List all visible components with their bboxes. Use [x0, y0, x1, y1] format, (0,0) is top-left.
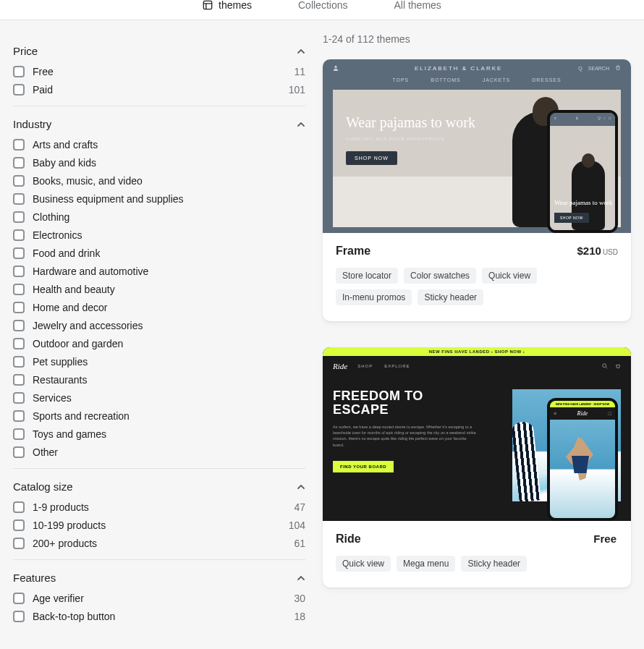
checkbox[interactable]: [13, 320, 25, 331]
checkbox[interactable]: [13, 157, 25, 169]
filter-option-count: 104: [289, 519, 305, 531]
checkbox[interactable]: [13, 284, 25, 295]
themes-icon: [203, 0, 213, 10]
filter-option[interactable]: Pet supplies: [13, 356, 305, 368]
filter-option-label: Business equipment and supplies: [33, 193, 184, 205]
filter-option-label: Age verifier: [33, 593, 84, 604]
checkbox[interactable]: [13, 84, 25, 96]
filter-option-label: Paid: [33, 84, 53, 96]
preview-menu-item: BOTTOMS: [431, 77, 460, 82]
checkbox[interactable]: [13, 410, 25, 422]
filter-option[interactable]: Age verifier30: [13, 593, 305, 604]
filter-option-label: 1-9 products: [33, 501, 89, 513]
filter-option[interactable]: Food and drink: [13, 247, 305, 259]
preview-menu-item: SHOP: [357, 364, 373, 368]
preview-mobile: NEW FINS HAVE LANDED · SHOP NOW ≡ Ride □: [547, 398, 618, 521]
preview-banner: NEW FINS HAVE LANDED › SHOP NOW ›: [323, 347, 631, 356]
filter-header-catalog[interactable]: Catalog size: [13, 480, 305, 493]
checkbox[interactable]: [13, 66, 25, 77]
checkbox[interactable]: [13, 175, 25, 187]
filter-option[interactable]: Restaurants: [13, 374, 305, 386]
filter-option-label: Free: [33, 66, 54, 77]
chevron-up-icon: [297, 574, 305, 582]
filter-option-label: 200+ products: [33, 538, 97, 549]
checkbox[interactable]: [13, 193, 25, 205]
theme-tag: Mega menu: [397, 556, 455, 572]
checkbox[interactable]: [13, 519, 25, 531]
filter-option[interactable]: Books, music, and video: [13, 175, 305, 187]
nav-all-themes[interactable]: All themes: [394, 0, 441, 10]
filter-header-industry[interactable]: Industry: [13, 118, 305, 130]
filter-header-price[interactable]: Price: [13, 45, 305, 57]
checkbox[interactable]: [13, 247, 25, 259]
filter-option[interactable]: Health and beauty: [13, 284, 305, 295]
theme-name: Ride: [336, 533, 361, 546]
filter-option[interactable]: Home and decor: [13, 302, 305, 313]
theme-card-frame[interactable]: ELIZABETH & CLARKE QSEARCH TOPS BOTTOMS …: [323, 59, 631, 321]
chevron-up-icon: [297, 120, 305, 129]
svg-point-2: [603, 363, 606, 367]
filter-title-catalog: Catalog size: [13, 480, 73, 493]
filter-option-label: Jewelry and accessories: [33, 320, 143, 331]
preview-search-label: SEARCH: [588, 66, 609, 71]
nav-themes[interactable]: themes: [203, 0, 252, 10]
filter-option-label: Other: [33, 446, 58, 458]
checkbox[interactable]: [13, 139, 25, 150]
checkbox[interactable]: [13, 538, 25, 549]
filter-section-features: Features Age verifier30Back-to-top butto…: [13, 560, 305, 632]
filter-option[interactable]: Free11: [13, 66, 305, 77]
filter-header-features[interactable]: Features: [13, 572, 305, 584]
filter-option[interactable]: Sports and recreation: [13, 410, 305, 422]
theme-preview-ride: NEW FINS HAVE LANDED › SHOP NOW › Ride S…: [323, 347, 631, 521]
checkbox[interactable]: [13, 611, 25, 622]
filter-option[interactable]: 10-199 products104: [13, 519, 305, 531]
nav-collections[interactable]: Collections: [298, 0, 347, 10]
checkbox[interactable]: [13, 446, 25, 458]
filter-title-features: Features: [13, 572, 56, 584]
cart-icon: [615, 363, 621, 370]
filter-option[interactable]: Baby and kids: [13, 157, 305, 169]
theme-price: $210USD: [577, 245, 619, 257]
preview-headline-1: FREEDOM TO: [333, 389, 423, 403]
checkbox[interactable]: [13, 302, 25, 313]
filter-option[interactable]: 200+ products61: [13, 538, 305, 549]
checkbox[interactable]: [13, 266, 25, 277]
filter-option[interactable]: Arts and crafts: [13, 139, 305, 150]
checkbox[interactable]: [13, 374, 25, 386]
filter-option-label: Food and drink: [33, 247, 100, 259]
filter-option[interactable]: Clothing: [13, 211, 305, 223]
filter-option-count: 18: [294, 611, 305, 622]
filter-option[interactable]: Paid101: [13, 84, 305, 96]
checkbox[interactable]: [13, 392, 25, 404]
checkbox[interactable]: [13, 501, 25, 513]
filter-option[interactable]: Other: [13, 446, 305, 458]
filter-option[interactable]: Hardware and automotive: [13, 266, 305, 277]
checkbox[interactable]: [13, 211, 25, 223]
checkbox[interactable]: [13, 229, 25, 241]
top-nav: themes Collections All themes: [0, 0, 644, 20]
preview-sub: COMFORT, BUT ZOOM APPROPRIATE: [346, 137, 475, 141]
checkbox[interactable]: [13, 428, 25, 440]
theme-tags: Quick viewMega menuSticky header: [336, 556, 618, 572]
filter-option[interactable]: 1-9 products47: [13, 501, 305, 513]
cart-icon: [615, 65, 621, 72]
filter-option[interactable]: Services: [13, 392, 305, 404]
filter-option-count: 101: [289, 84, 305, 96]
theme-tag: In-menu promos: [336, 289, 412, 305]
filter-option[interactable]: Jewelry and accessories: [13, 320, 305, 331]
checkbox[interactable]: [13, 338, 25, 349]
filter-option[interactable]: Back-to-top button18: [13, 611, 305, 622]
filter-option[interactable]: Electronics: [13, 229, 305, 241]
svg-rect-0: [203, 1, 211, 9]
preview-menu-item: TOPS: [392, 77, 409, 82]
checkbox[interactable]: [13, 593, 25, 604]
filter-option[interactable]: Outdoor and garden: [13, 338, 305, 349]
filter-option-label: Home and decor: [33, 302, 108, 313]
preview-body: As surfers, we have a deep-rooted desire…: [333, 424, 478, 448]
filter-option-label: Toys and games: [33, 428, 106, 440]
svg-point-1: [334, 66, 336, 68]
filter-option[interactable]: Toys and games: [13, 428, 305, 440]
theme-card-ride[interactable]: NEW FINS HAVE LANDED › SHOP NOW › Ride S…: [323, 347, 631, 588]
filter-option[interactable]: Business equipment and supplies: [13, 193, 305, 205]
checkbox[interactable]: [13, 356, 25, 368]
